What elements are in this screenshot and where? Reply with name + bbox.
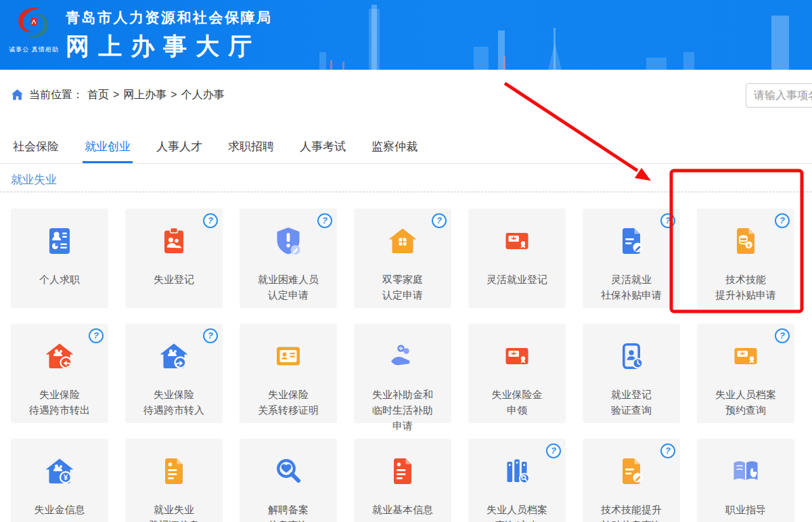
skyline-building <box>646 58 667 70</box>
service-card-label: 职业指导 <box>697 502 794 517</box>
house-transfer-in-icon <box>125 340 223 372</box>
header-titles: 青岛市人力资源和社会保障局 网上办事大厅 <box>66 8 273 62</box>
help-icon[interactable]: ? <box>432 213 447 228</box>
service-card-label: 就业困难人员 认定申请 <box>240 271 337 303</box>
service-card[interactable]: 就业登记 验证查询 <box>583 324 680 423</box>
service-card-label: 失业金信息 <box>11 502 108 517</box>
service-card-label: 失业人员档案 查询(市内 三区、崂山区 <box>468 502 566 522</box>
magnifier-heart-icon <box>240 455 337 487</box>
section-divider <box>0 192 812 192</box>
help-icon[interactable]: ? <box>660 213 675 228</box>
help-icon[interactable]: ? <box>203 213 218 228</box>
service-card[interactable]: 就业失业 登记证信息 <box>125 439 223 522</box>
service-card[interactable]: 失业保险 关系转移证明 <box>240 324 337 423</box>
breadcrumb-separator: > <box>171 89 177 101</box>
help-icon[interactable]: ? <box>775 213 790 228</box>
archive-books-icon <box>468 455 566 487</box>
skyline-detail <box>330 60 332 70</box>
site-header: 诚事公 真情相助 青岛市人力资源和社会保障局 网上办事大厅 <box>0 0 812 70</box>
agency-logo: 诚事公 真情相助 <box>3 1 65 54</box>
skyline-detail <box>342 62 344 70</box>
service-card[interactable]: 灵活就业 社保补贴申请? <box>583 209 680 308</box>
service-card-label: 失业保险金 申领 <box>468 387 566 418</box>
breadcrumb-item-home[interactable]: 首页 <box>87 88 109 102</box>
service-card-label: 失业人员档案 预约查询 <box>697 387 794 418</box>
home-icon[interactable] <box>11 89 24 101</box>
search-input[interactable] <box>746 83 812 108</box>
service-card-label: 灵活就业 社保补贴申请 <box>583 271 680 303</box>
breadcrumb-prefix: 当前位置： <box>29 88 83 102</box>
service-card[interactable]: 解聘备案 信息查询 <box>240 439 337 522</box>
service-card-label: 双零家庭 认定申请 <box>354 271 451 303</box>
document-lines-icon <box>354 455 451 487</box>
service-card-label: 失业补助金和 临时生活补助 申请 <box>354 387 451 433</box>
help-icon[interactable]: ? <box>660 443 675 458</box>
service-card[interactable]: 就业基本信息 <box>354 439 451 522</box>
help-icon[interactable]: ? <box>317 213 332 228</box>
service-card-label: 技术技能提升 补贴信息查询 <box>583 502 680 522</box>
resume-icon <box>11 225 108 257</box>
house-transfer-out-icon <box>11 340 108 372</box>
benefit-card-icon <box>468 340 566 372</box>
service-card-label: 失业保险 关系转移证明 <box>240 387 337 418</box>
service-card[interactable]: 失业保险 待遇跨市转入? <box>125 324 223 423</box>
service-card[interactable]: 失业保险 待遇跨市转出? <box>11 324 108 423</box>
skyline-detail <box>503 56 505 70</box>
service-card[interactable]: 失业人员档案 预约查询? <box>697 324 794 423</box>
service-card-label: 就业基本信息 <box>354 502 451 517</box>
service-card[interactable]: 失业人员档案 查询(市内 三区、崂山区? <box>468 439 566 522</box>
service-grid: 个人求职失业登记?就业困难人员 认定申请?双零家庭 认定申请?灵活就业登记灵活就… <box>11 209 794 522</box>
help-icon[interactable]: ? <box>203 328 218 343</box>
service-card[interactable]: 失业补助金和 临时生活补助 申请 <box>354 324 451 423</box>
skyline-building <box>683 52 694 70</box>
skyline-building <box>319 52 326 70</box>
open-book-hand-icon <box>697 455 794 487</box>
id-card-icon <box>240 340 337 372</box>
tab-bar: 社会保险就业创业人事人才求职招聘人事考试监察仲裁 <box>0 136 812 164</box>
service-card[interactable]: 技术技能提升 补贴信息查询? <box>583 439 680 522</box>
document-lines-icon <box>125 455 223 487</box>
skyline-tower <box>548 43 562 70</box>
hand-coins-icon <box>354 340 451 372</box>
service-card[interactable]: 就业困难人员 认定申请? <box>240 209 337 308</box>
service-card-label: 失业保险 待遇跨市转入 <box>125 387 223 418</box>
skyline-building <box>371 5 377 70</box>
help-icon[interactable]: ? <box>546 443 561 458</box>
service-card-label: 个人求职 <box>11 271 108 287</box>
svg-text:¥: ¥ <box>64 473 68 481</box>
shield-alert-icon <box>240 225 337 257</box>
service-card[interactable]: 职业指导 <box>697 439 794 522</box>
service-card[interactable]: 失业保险金 申领 <box>468 324 566 423</box>
document-edit-icon <box>583 455 680 487</box>
phone-clock-icon <box>583 340 680 372</box>
tab-personnel-exam[interactable]: 人事考试 <box>298 136 348 163</box>
tab-employment-entrepreneurship[interactable]: 就业创业 <box>83 136 133 163</box>
service-card[interactable]: ¥技术技能 提升补贴申请? <box>697 209 794 308</box>
skyline-building <box>771 16 789 70</box>
tab-job-recruitment[interactable]: 求职招聘 <box>226 136 276 163</box>
section-title: 就业失业 <box>11 172 57 188</box>
breadcrumb-item-online-services[interactable]: 网上办事 <box>123 88 166 102</box>
help-icon[interactable]: ? <box>775 328 790 343</box>
svg-text:¥: ¥ <box>747 242 750 248</box>
house-money-icon: ¥ <box>11 455 108 487</box>
breadcrumb-item-personal[interactable]: 个人办事 <box>181 88 225 102</box>
clipboard-people-icon <box>125 225 223 257</box>
document-edit-icon <box>583 225 680 257</box>
service-card[interactable]: 个人求职 <box>11 209 108 308</box>
breadcrumb: 当前位置： 首页 > 网上办事 > 个人办事 <box>11 87 229 102</box>
service-card[interactable]: 灵活就业登记 <box>468 209 566 308</box>
service-card[interactable]: 失业登记? <box>125 209 223 308</box>
help-icon[interactable]: ? <box>89 328 104 343</box>
service-card[interactable]: ¥失业金信息 <box>11 439 108 522</box>
document-coins-icon: ¥ <box>697 225 794 257</box>
house-icon <box>354 225 451 257</box>
service-card-label: 就业登记 验证查询 <box>583 387 680 418</box>
benefit-card-icon <box>468 225 566 257</box>
tab-personnel-talent[interactable]: 人事人才 <box>154 136 204 163</box>
service-card[interactable]: 双零家庭 认定申请? <box>354 209 451 308</box>
tab-supervision-arbitration[interactable]: 监察仲裁 <box>369 136 420 163</box>
benefit-card-icon <box>697 340 794 372</box>
agency-name: 青岛市人力资源和社会保障局 <box>66 8 273 27</box>
tab-social-insurance[interactable]: 社会保险 <box>11 136 61 163</box>
